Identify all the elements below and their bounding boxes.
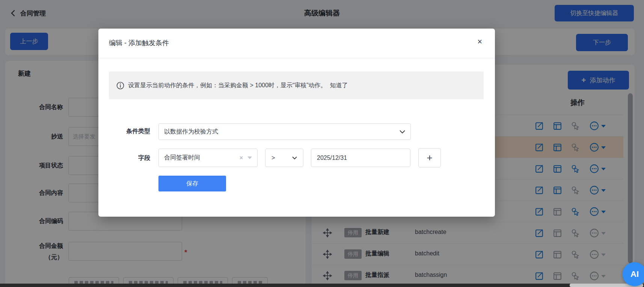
operator-select[interactable]: > <box>265 149 303 167</box>
condition-value-input[interactable]: 2025/12/31 <box>311 149 410 167</box>
info-icon <box>116 82 124 90</box>
info-dismiss-link[interactable]: 知道了 <box>330 82 348 90</box>
clear-icon[interactable]: × <box>240 155 243 161</box>
trigger-condition-modal: 编辑 - 添加触发条件 × 设置显示当前动作的条件，例如：当采购金额 > 100… <box>98 29 495 217</box>
field-select-label: 字段 <box>98 154 150 162</box>
chevron-down-icon <box>292 156 297 159</box>
divider <box>98 58 495 58</box>
caret-down-icon <box>247 156 252 159</box>
field-select[interactable]: 合同签署时间 × <box>158 149 258 167</box>
app-screen: 合同管理 高级编辑器 切换至快捷编辑器 上一步 下一步 新建 合同名称 抄送 选… <box>0 0 644 287</box>
modal-title: 编辑 - 添加触发条件 <box>109 38 169 47</box>
condition-type-label: 条件类型 <box>98 128 150 135</box>
info-banner: 设置显示当前动作的条件，例如：当采购金额 > 1000时，显示“审核”动作。 知… <box>109 71 484 99</box>
save-button[interactable]: 保存 <box>158 176 226 191</box>
chevron-down-icon <box>400 130 405 134</box>
condition-type-select[interactable]: 以数据作为校验方式 <box>158 123 411 140</box>
ai-assistant-button[interactable]: AI <box>623 262 644 286</box>
info-text: 设置显示当前动作的条件，例如：当采购金额 > 1000时，显示“审核”动作。 <box>128 82 326 90</box>
add-condition-button[interactable]: + <box>418 148 441 167</box>
close-icon[interactable]: × <box>477 38 482 46</box>
